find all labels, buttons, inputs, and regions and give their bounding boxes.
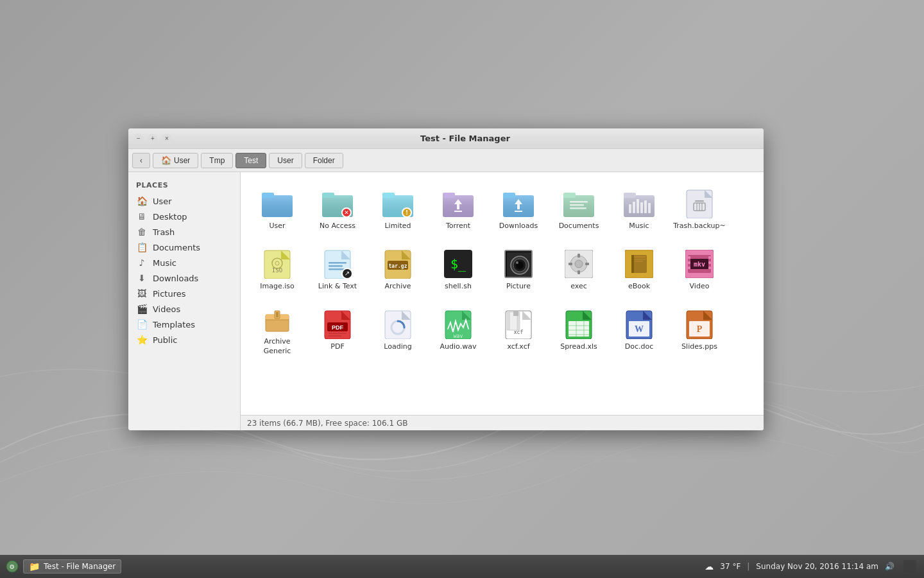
- torrent-folder-icon: [443, 188, 474, 219]
- file-link-text[interactable]: ↗ Link & Text: [309, 240, 366, 298]
- ebook-label: eBook: [628, 282, 650, 291]
- svg-rect-74: [688, 256, 690, 259]
- link-text-icon: ↗: [322, 249, 353, 279]
- svg-rect-88: [329, 333, 346, 334]
- file-picture[interactable]: Picture: [490, 240, 547, 298]
- sidebar-section-title: PLACES: [128, 179, 240, 193]
- videos-icon: 🎬: [136, 304, 148, 314]
- public-icon: ⭐: [136, 335, 148, 345]
- sidebar-item-public[interactable]: ⭐ Public: [128, 332, 240, 347]
- sidebar-item-trash[interactable]: 🗑 Trash: [128, 224, 240, 240]
- svg-rect-45: [329, 262, 346, 264]
- file-archive[interactable]: tar.gz Archive: [369, 240, 427, 298]
- file-no-access[interactable]: ✕ No Access: [309, 180, 366, 238]
- file-slides[interactable]: P Slides.pps: [671, 301, 728, 358]
- user-folder-label: User: [269, 222, 285, 231]
- svg-rect-59: [578, 254, 580, 258]
- sidebar-item-desktop[interactable]: 🖥 Desktop: [128, 209, 240, 224]
- no-access-folder-label: No Access: [320, 222, 355, 231]
- spreadsheet-label: Spread.xls: [560, 342, 597, 351]
- taskbar-app-button[interactable]: 📁 Test - File Manager: [23, 559, 121, 574]
- show-desktop-button[interactable]: [903, 560, 916, 573]
- sidebar-item-downloads[interactable]: ⬇ Downloads: [128, 270, 240, 286]
- svg-rect-5: [322, 193, 334, 198]
- breadcrumb-tmp[interactable]: Tmp: [201, 153, 233, 168]
- iso-label: Image.iso: [260, 282, 294, 291]
- svg-rect-68: [634, 259, 646, 260]
- svg-rect-2: [262, 193, 274, 198]
- torrent-folder-label: Torrent: [446, 222, 470, 231]
- file-spreadsheet[interactable]: Spread.xls: [550, 301, 608, 358]
- sidebar-item-videos[interactable]: 🎬 Videos: [128, 301, 240, 317]
- breadcrumb-folder[interactable]: Folder: [305, 153, 343, 168]
- downloads-folder-icon: [503, 188, 534, 219]
- breadcrumb-test[interactable]: Test: [235, 153, 266, 168]
- music-icon: ♪: [136, 258, 148, 268]
- music-folder-label: Music: [629, 222, 649, 231]
- close-button[interactable]: ×: [162, 134, 172, 144]
- sidebar-item-music[interactable]: ♪ Music: [128, 255, 240, 270]
- file-image-iso[interactable]: ISO Image.iso: [248, 240, 306, 298]
- file-limited[interactable]: ! Limited: [369, 180, 427, 238]
- back-button[interactable]: ‹: [132, 153, 150, 168]
- sidebar-item-pictures[interactable]: 🖼 Pictures: [128, 286, 240, 301]
- file-ebook[interactable]: eBook: [610, 240, 668, 298]
- minimize-button[interactable]: −: [133, 134, 144, 144]
- archive-generic-icon: [262, 304, 293, 335]
- sidebar-item-documents[interactable]: 📋 Documents: [128, 240, 240, 255]
- svg-text:P: P: [697, 324, 703, 334]
- taskbar-left: ⚙ 📁 Test - File Manager: [0, 559, 126, 574]
- file-pdf[interactable]: PDF PDF: [309, 301, 366, 358]
- svg-rect-66: [631, 255, 634, 273]
- file-video[interactable]: mkv Video: [671, 240, 728, 298]
- toolbar: ‹ 🏠 User Tmp Test User Folder: [128, 149, 764, 172]
- file-trash-backup[interactable]: Trash.backup~: [671, 180, 728, 238]
- documents-folder-label: Documents: [559, 222, 599, 231]
- window-body: PLACES 🏠 User 🖥 Desktop 🗑 Trash 📋 Docume…: [128, 172, 764, 430]
- file-music[interactable]: Music: [610, 180, 668, 238]
- doc-label: Doc.doc: [625, 342, 654, 351]
- file-downloads[interactable]: Downloads: [490, 180, 547, 238]
- exec-icon: [563, 249, 594, 279]
- file-exec[interactable]: exec: [550, 240, 608, 298]
- file-user[interactable]: User: [248, 180, 306, 238]
- file-archive-generic[interactable]: Archive Generic: [248, 301, 306, 358]
- statusbar-text: 23 items (66.7 MB), Free space: 106.1 GB: [247, 419, 407, 428]
- trash-backup-icon: [684, 188, 715, 219]
- volume-icon[interactable]: 🔊: [885, 562, 894, 571]
- picture-icon: [503, 249, 534, 279]
- sidebar-item-templates[interactable]: 📄 Templates: [128, 317, 240, 332]
- file-doc[interactable]: W Doc.doc: [610, 301, 668, 358]
- svg-rect-46: [329, 265, 343, 267]
- taskbar: ⚙ 📁 Test - File Manager ☁ 37 °F | Sunday…: [0, 555, 924, 578]
- svg-rect-60: [578, 270, 580, 274]
- file-xcf[interactable]: xcf xcf.xcf: [490, 301, 547, 358]
- svg-point-56: [516, 261, 518, 264]
- audio-icon: wav: [443, 309, 474, 340]
- terminal-symbol: $_: [450, 258, 466, 270]
- app-launcher-icon[interactable]: ⚙: [5, 559, 19, 574]
- sidebar-item-user[interactable]: 🏠 User: [128, 193, 240, 209]
- limited-badge: !: [402, 207, 412, 218]
- svg-rect-1: [262, 195, 293, 217]
- svg-rect-21: [563, 193, 576, 198]
- taskbar-app-label: Test - File Manager: [44, 562, 116, 571]
- breadcrumb-user2[interactable]: User: [269, 153, 302, 168]
- breadcrumb-user[interactable]: 🏠 User: [153, 153, 198, 168]
- file-grid: User ✕: [241, 172, 764, 415]
- file-loading[interactable]: Loading: [369, 301, 427, 358]
- file-documents[interactable]: Documents: [550, 180, 608, 238]
- svg-rect-69: [634, 261, 643, 262]
- file-audio[interactable]: wav Audio.wav: [429, 301, 487, 358]
- taskbar-right: ☁ 37 °F | Sunday Nov 20, 2016 11:14 am 🔊: [705, 560, 924, 573]
- maximize-button[interactable]: +: [148, 134, 158, 144]
- launcher-symbol: ⚙: [6, 560, 19, 573]
- svg-rect-11: [443, 193, 455, 198]
- home-icon: 🏠: [161, 155, 171, 165]
- file-manager-window: − + × Test - File Manager ‹ 🏠 User Tmp T…: [128, 128, 764, 430]
- svg-rect-29: [633, 202, 635, 213]
- file-torrent[interactable]: Torrent: [429, 180, 487, 238]
- svg-rect-77: [708, 256, 711, 259]
- pdf-icon: PDF: [322, 309, 353, 340]
- file-shell[interactable]: $_ shell.sh: [429, 240, 487, 298]
